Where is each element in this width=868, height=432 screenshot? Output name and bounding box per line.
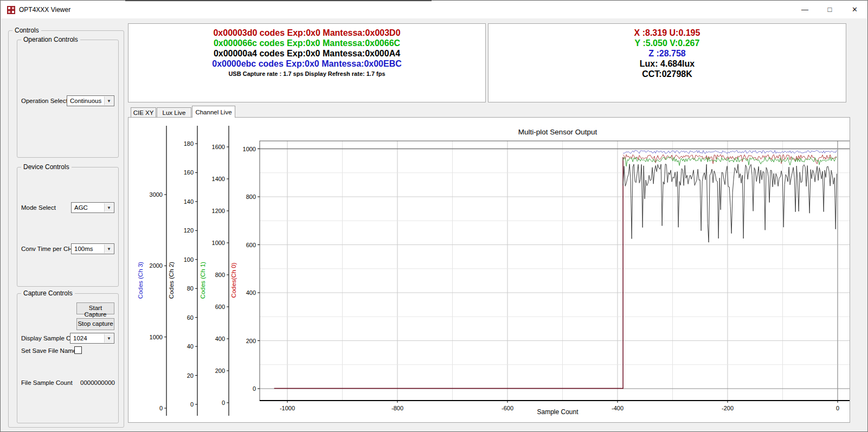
y-tick-label: 20 bbox=[187, 372, 194, 379]
device-controls-group: Device Controls bbox=[17, 167, 119, 287]
cie-value-readout: Lux: 4.684lux bbox=[488, 59, 846, 69]
y-tick-label: 600 bbox=[246, 242, 256, 248]
channel-code-readout: 0x000066c codes Exp:0x0 Mantessa:0x0066C bbox=[128, 38, 485, 48]
baseline-trace bbox=[274, 157, 623, 389]
plot-frame bbox=[260, 141, 850, 401]
maximize-button[interactable]: □ bbox=[818, 1, 842, 18]
y-tick-label: 0 bbox=[222, 399, 225, 406]
x-tick-label: -400 bbox=[612, 405, 623, 411]
set-save-file-checkbox[interactable] bbox=[74, 346, 82, 354]
mode-select-value: AGC bbox=[74, 204, 88, 211]
y-tick-label: 200 bbox=[215, 367, 225, 374]
display-sample-count-value: 1024 bbox=[73, 335, 87, 341]
series-trace-ch0 bbox=[623, 154, 837, 164]
y-tick-label: 800 bbox=[246, 194, 256, 200]
y-tick-label: 140 bbox=[184, 198, 194, 205]
conv-time-label: Conv Time per CH bbox=[21, 246, 73, 252]
mode-select-dropdown[interactable]: AGC ▼ bbox=[71, 202, 114, 213]
channel-code-readout: 0x00000a4 codes Exp:0x0 Mantessa:0x000A4 bbox=[128, 48, 485, 59]
y-tick-label: 100 bbox=[184, 256, 194, 263]
chevron-down-icon: ▼ bbox=[104, 244, 113, 253]
cie-values-panel: X :8.319 U:0.195Y :5.050 V:0.267Z :28.75… bbox=[488, 23, 846, 102]
display-sample-count-dropdown[interactable]: 1024 ▼ bbox=[70, 333, 114, 344]
y-tick-label: 1200 bbox=[212, 208, 225, 214]
y-axis-title: Codes (Ch 3) bbox=[137, 262, 144, 299]
chevron-down-icon: ▼ bbox=[104, 334, 113, 343]
y-tick-label: 1000 bbox=[243, 146, 256, 152]
y-tick-label: 1000 bbox=[212, 240, 225, 246]
operation-controls-label: Operation Controls bbox=[21, 36, 80, 43]
y-tick-label: 180 bbox=[184, 140, 194, 147]
series-trace-ch2 bbox=[623, 164, 837, 243]
cie-value-readout: CCT:02798K bbox=[488, 69, 846, 79]
chevron-down-icon: ▼ bbox=[104, 96, 113, 105]
x-tick-label: -600 bbox=[501, 405, 513, 411]
conv-time-value: 100ms bbox=[74, 246, 93, 252]
file-sample-count-value: 0000000000 bbox=[80, 379, 115, 386]
y-tick-label: 80 bbox=[187, 285, 194, 292]
cie-value-readout: Z :28.758 bbox=[488, 48, 846, 59]
cie-value-readout: Y :5.050 V:0.267 bbox=[488, 38, 846, 48]
channel-code-readout: 0x00003d0 codes Exp:0x0 Mantessa:0x003D0 bbox=[128, 28, 485, 38]
conv-time-dropdown[interactable]: 100ms ▼ bbox=[71, 243, 114, 254]
y-axis-title: Codes(Ch 0) bbox=[230, 262, 237, 298]
y-tick-label: 1600 bbox=[212, 144, 225, 150]
y-tick-label: 120 bbox=[184, 227, 194, 234]
y-tick-label: 400 bbox=[215, 336, 225, 342]
operation-select-value: Continuous bbox=[70, 98, 101, 104]
y-tick-label: 60 bbox=[187, 314, 194, 321]
channel-live-tab-panel: 0100020003000Codes (Ch 3)020406080100120… bbox=[128, 117, 850, 423]
capture-rate-readout: USB Capture rate : 1.7 sps Display Refre… bbox=[128, 70, 485, 77]
x-tick-label: 0 bbox=[836, 405, 839, 411]
y-tick-label: 0 bbox=[159, 405, 163, 411]
operation-select-dropdown[interactable]: Continuous ▼ bbox=[67, 95, 114, 106]
x-tick-label: -800 bbox=[391, 405, 403, 411]
close-button[interactable]: ✕ bbox=[843, 1, 867, 18]
app-window: OPT4XXX Viewer — □ ✕ Controls Operation … bbox=[0, 0, 868, 432]
y-tick-label: 2000 bbox=[150, 262, 163, 269]
y-tick-label: 600 bbox=[215, 304, 225, 310]
y-axis-title: Codes (Ch 1) bbox=[200, 262, 206, 299]
tab-channel-live[interactable]: Channel Live bbox=[192, 106, 235, 118]
y-tick-label: 3000 bbox=[150, 191, 163, 198]
tab-lux-live[interactable]: Lux Live bbox=[157, 107, 191, 118]
y-tick-label: 40 bbox=[187, 343, 194, 350]
window-title: OPT4XXX Viewer bbox=[19, 6, 70, 14]
x-tick-label: -200 bbox=[722, 405, 734, 411]
series-trace-ch3 bbox=[623, 150, 837, 153]
y-tick-label: 160 bbox=[184, 169, 194, 176]
x-tick-label: -1000 bbox=[280, 405, 295, 411]
y-tick-label: 200 bbox=[246, 338, 256, 344]
cie-value-readout: X :8.319 U:0.195 bbox=[488, 28, 846, 38]
controls-group-label: Controls bbox=[12, 27, 41, 34]
start-capture-button[interactable]: Start Capture bbox=[76, 302, 114, 314]
mode-select-label: Mode Select bbox=[21, 204, 56, 211]
y-tick-label: 0 bbox=[190, 401, 194, 408]
stop-capture-button[interactable]: Stop capture bbox=[76, 318, 114, 330]
y-tick-label: 0 bbox=[253, 385, 256, 392]
app-icon bbox=[7, 6, 15, 14]
device-controls-label: Device Controls bbox=[21, 163, 72, 171]
y-axis-title: Codes (Ch 2) bbox=[168, 262, 175, 299]
channel-codes-panel: 0x00003d0 codes Exp:0x0 Mantessa:0x003D0… bbox=[128, 23, 486, 102]
channel-code-readout: 0x0000ebc codes Exp:0x0 Mantessa:0x00EBC bbox=[128, 59, 485, 69]
chart-title: Multi-plot Sensor Output bbox=[518, 128, 597, 136]
capture-controls-label: Capture Controls bbox=[21, 289, 75, 297]
x-axis-title: Sample Count bbox=[537, 408, 578, 416]
y-tick-label: 800 bbox=[215, 272, 225, 278]
tab-cie-xy[interactable]: CIE XY bbox=[131, 107, 156, 118]
file-sample-count-label: File Sample Count bbox=[21, 379, 73, 386]
operation-select-label: Operation Select bbox=[21, 98, 68, 104]
y-tick-label: 400 bbox=[246, 289, 256, 296]
multiplot-chart[interactable]: 0100020003000Codes (Ch 3)020406080100120… bbox=[128, 118, 850, 422]
title-bar: OPT4XXX Viewer — □ ✕ bbox=[1, 1, 867, 18]
y-tick-label: 1400 bbox=[212, 176, 225, 182]
y-tick-label: 1000 bbox=[150, 334, 163, 340]
minimize-button[interactable]: — bbox=[793, 1, 817, 18]
chevron-down-icon: ▼ bbox=[104, 203, 113, 212]
set-save-file-label: Set Save File Name bbox=[21, 347, 76, 354]
